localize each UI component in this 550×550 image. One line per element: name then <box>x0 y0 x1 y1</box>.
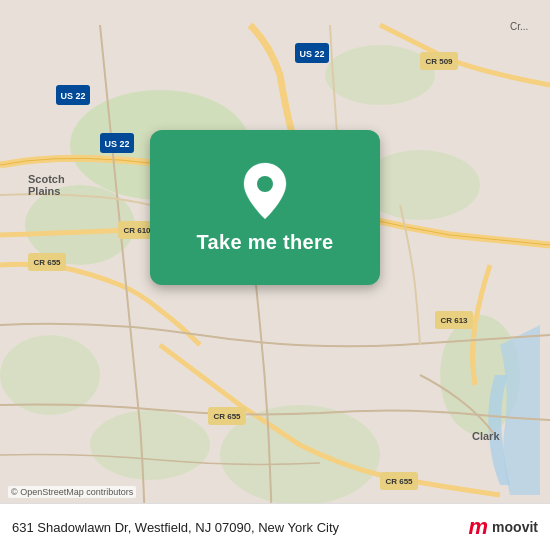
svg-text:CR 613: CR 613 <box>440 316 468 325</box>
moovit-icon: m <box>469 514 489 540</box>
svg-point-31 <box>257 176 273 192</box>
osm-attribution: © OpenStreetMap contributors <box>8 486 136 498</box>
svg-text:CR 610: CR 610 <box>123 226 151 235</box>
svg-text:CR 655: CR 655 <box>213 412 241 421</box>
svg-text:CR 655: CR 655 <box>385 477 413 486</box>
svg-text:US 22: US 22 <box>104 139 129 149</box>
svg-text:CR 509: CR 509 <box>425 57 453 66</box>
svg-point-7 <box>90 410 210 480</box>
svg-text:Scotch: Scotch <box>28 173 65 185</box>
take-me-there-label: Take me there <box>197 231 334 254</box>
bottom-bar: 631 Shadowlawn Dr, Westfield, NJ 07090, … <box>0 503 550 550</box>
location-pin-icon <box>240 161 290 221</box>
moovit-logo: m moovit <box>469 514 538 540</box>
map-container: US 22 US 22 US 22 CR 509 CR 610 CR 655 C… <box>0 0 550 550</box>
svg-text:US 22: US 22 <box>60 91 85 101</box>
address-text: 631 Shadowlawn Dr, Westfield, NJ 07090, … <box>12 520 469 535</box>
svg-point-8 <box>325 45 435 105</box>
take-me-there-button[interactable]: Take me there <box>150 130 380 285</box>
moovit-brand-text: moovit <box>492 520 538 534</box>
svg-text:Clark: Clark <box>472 430 500 442</box>
svg-text:Plains: Plains <box>28 185 60 197</box>
svg-text:US 22: US 22 <box>299 49 324 59</box>
svg-text:Cr...: Cr... <box>510 21 528 32</box>
svg-text:CR 655: CR 655 <box>33 258 61 267</box>
svg-point-6 <box>0 335 100 415</box>
